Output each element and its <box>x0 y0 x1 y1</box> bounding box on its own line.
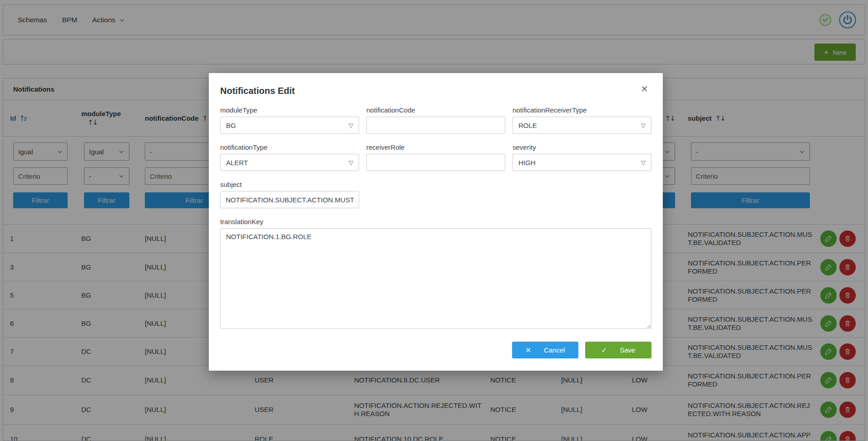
severity-value: HIGH <box>518 159 536 167</box>
translationKey-textarea[interactable]: NOTIFICATION.1.BG.ROLE <box>220 228 651 329</box>
cancel-button[interactable]: ✕ Cancel <box>512 342 578 358</box>
receiverRole-input[interactable] <box>366 154 505 171</box>
notificationReceiverType-field: notificationReceiverType ROLE ▽ <box>513 106 651 134</box>
moduleType-label: moduleType <box>220 106 359 114</box>
severity-field: severity HIGH ▽ <box>513 143 651 171</box>
save-label: Save <box>620 346 635 354</box>
notificationType-label: notificationType <box>220 143 359 151</box>
modal-form: moduleType BG ▽ notificationCode notific… <box>220 106 651 331</box>
save-check-icon: ✓ <box>602 346 607 354</box>
save-button[interactable]: ✓ Save <box>585 342 651 358</box>
translationKey-field: translationKey NOTIFICATION.1.BG.ROLE <box>220 218 651 331</box>
subject-label: subject <box>220 181 359 188</box>
notificationReceiverType-label: notificationReceiverType <box>513 106 651 114</box>
notificationReceiverType-value: ROLE <box>518 122 537 129</box>
notificationType-field: notificationType ALERT ▽ <box>220 143 359 171</box>
notificationCode-field: notificationCode <box>366 106 505 134</box>
receiverRole-field: receiverRole <box>366 143 505 171</box>
receiverRole-label: receiverRole <box>366 143 505 151</box>
close-icon[interactable]: ✕ <box>638 84 651 94</box>
moduleType-value: BG <box>226 122 236 129</box>
notificationType-value: ALERT <box>226 159 248 167</box>
modal-button-row: ✕ Cancel ✓ Save <box>220 342 651 358</box>
notifications-edit-modal: Notifications Edit ✕ moduleType BG ▽ not… <box>209 73 663 371</box>
subject-field: subject <box>220 181 359 208</box>
severity-label: severity <box>513 143 651 151</box>
dropdown-triangle-icon: ▽ <box>641 159 646 166</box>
dropdown-triangle-icon: ▽ <box>641 122 646 129</box>
cancel-label: Cancel <box>544 346 565 354</box>
notificationReceiverType-select[interactable]: ROLE ▽ <box>513 117 651 134</box>
notificationCode-label: notificationCode <box>366 106 505 114</box>
moduleType-select[interactable]: BG ▽ <box>220 117 359 134</box>
dropdown-triangle-icon: ▽ <box>349 122 353 129</box>
modal-title: Notifications Edit <box>220 86 651 96</box>
cancel-x-icon: ✕ <box>525 346 531 354</box>
translationKey-label: translationKey <box>220 218 651 225</box>
notificationCode-input[interactable] <box>366 117 505 134</box>
severity-select[interactable]: HIGH ▽ <box>513 154 651 171</box>
subject-input[interactable] <box>220 191 359 208</box>
dropdown-triangle-icon: ▽ <box>349 159 353 166</box>
notificationType-select[interactable]: ALERT ▽ <box>220 154 359 171</box>
moduleType-field: moduleType BG ▽ <box>220 106 359 134</box>
